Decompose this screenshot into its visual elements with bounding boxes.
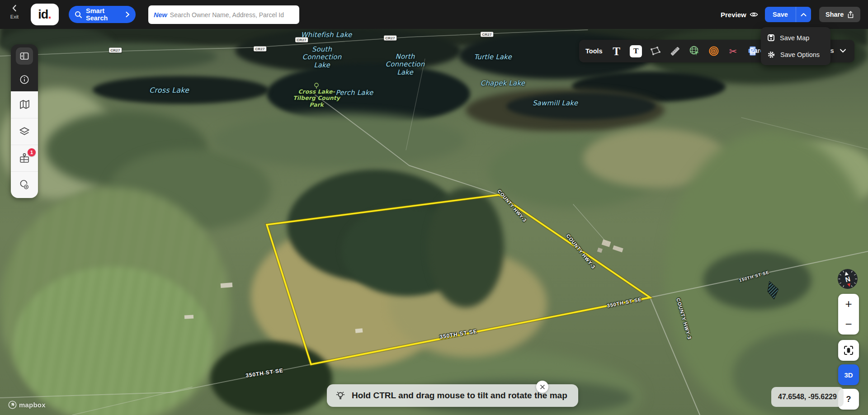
coordinates-readout: 47.6548, -95.6229 xyxy=(771,387,844,407)
sidebar-item-parcels[interactable]: 1 xyxy=(11,145,38,171)
buffer-tool-button[interactable] xyxy=(708,45,720,57)
measure-tool-icon xyxy=(669,45,681,57)
preview-label: Preview xyxy=(721,11,746,19)
chevron-up-icon xyxy=(801,13,807,17)
save-map-icon xyxy=(767,34,775,42)
menu-item-label: Save Map xyxy=(780,34,809,42)
chevron-right-icon xyxy=(125,11,130,18)
park-label: Cross Lake-Tilberg County Park xyxy=(289,89,344,108)
chevron-left-icon xyxy=(11,5,18,12)
cut-tool-icon: ✂ xyxy=(729,47,737,56)
app-logo[interactable]: id. xyxy=(31,4,59,25)
globe-tool-icon xyxy=(689,45,700,57)
sidebar-item-layers[interactable] xyxy=(11,118,38,145)
sidebar-item-panels[interactable] xyxy=(11,44,38,68)
layers-icon xyxy=(19,126,30,137)
menu-item-save-map[interactable]: Save Map xyxy=(761,29,830,46)
mapbox-attribution[interactable]: mapbox xyxy=(8,401,46,409)
zoom-out-button[interactable]: − xyxy=(838,314,859,335)
eye-icon xyxy=(750,11,758,18)
lake-label: Turtle Lake xyxy=(474,53,512,61)
lake-label: Chapek Lake xyxy=(481,79,525,87)
menu-item-label: Save Options xyxy=(780,51,820,58)
cut-tool-button[interactable]: ✂ xyxy=(727,45,740,57)
text-tool-button[interactable]: T xyxy=(610,45,623,57)
top-bar: Exit id. Smart Search New Preview Save S… xyxy=(0,0,868,29)
lightbulb-icon xyxy=(335,390,346,401)
save-button[interactable]: Save xyxy=(765,7,796,22)
road-label: 350TH ST SE xyxy=(607,297,642,309)
info-icon xyxy=(19,74,30,85)
logo-text: id xyxy=(38,8,48,22)
exit-label: Exit xyxy=(5,14,24,19)
road-label: COUNTY HWY-3 xyxy=(565,233,596,269)
toast-text: Hold CTRL and drag mouse to tilt and rot… xyxy=(352,391,567,401)
road-label: 350TH ST SE xyxy=(245,367,283,379)
route-shield: CR27 xyxy=(481,32,493,37)
road-label: COUNTY HWY-3 xyxy=(497,189,528,223)
buffer-tool-icon xyxy=(708,45,720,57)
text-box-tool-button[interactable]: T xyxy=(630,45,642,57)
mapbox-logo-icon xyxy=(8,401,17,409)
menu-item-save-options[interactable]: Save Options xyxy=(761,46,830,63)
mapbox-wordmark: mapbox xyxy=(19,401,46,409)
globe-tool-button[interactable] xyxy=(688,45,701,57)
toast-close-button[interactable] xyxy=(536,381,548,393)
close-icon xyxy=(540,384,545,390)
measure-tool-button[interactable] xyxy=(669,45,681,57)
save-dropdown-menu: Save Map Save Options xyxy=(761,27,830,65)
zoom-control: + − xyxy=(838,294,859,335)
road-label: 150TH ST SE xyxy=(739,269,770,283)
add-location-pin-icon xyxy=(19,179,30,191)
road-label: 350TH ST SE xyxy=(439,328,477,340)
exit-button[interactable]: Exit xyxy=(5,5,24,19)
mode-3d-button[interactable]: 3D xyxy=(838,364,859,385)
smart-search-button[interactable]: Smart Search xyxy=(69,6,136,23)
share-label: Share xyxy=(826,11,844,18)
zoom-in-button[interactable]: + xyxy=(838,294,859,314)
compass-control[interactable]: N xyxy=(837,269,858,289)
text-box-tool-icon: T xyxy=(630,45,642,57)
logo-dot: . xyxy=(48,8,52,22)
fit-extent-button[interactable] xyxy=(838,340,859,361)
share-icon xyxy=(847,11,854,19)
share-button[interactable]: Share xyxy=(819,7,860,22)
parcels-badge: 1 xyxy=(28,148,36,156)
tools-label: Tools xyxy=(585,47,603,55)
route-shield: CR27 xyxy=(254,47,266,52)
lake-label: South Connection Lake xyxy=(294,46,350,69)
text-tool-icon: T xyxy=(613,46,620,57)
polygon-tool-icon xyxy=(650,46,661,57)
preview-button[interactable]: Preview xyxy=(721,0,758,29)
polygon-tool-button[interactable] xyxy=(649,45,662,57)
route-shield: CR27 xyxy=(384,36,396,41)
save-menu-toggle[interactable] xyxy=(796,7,811,22)
road-label: COUNTY HWY-3 xyxy=(675,297,693,340)
search-input[interactable] xyxy=(170,11,294,19)
viewfinder-icon xyxy=(843,345,854,356)
left-sidebar: 1 xyxy=(11,44,38,198)
new-badge: New xyxy=(154,11,167,19)
land-id-map-editor: Whitefish Lake South Connection Lake Nor… xyxy=(0,0,868,415)
panel-toggle-icon xyxy=(19,51,30,61)
smart-search-label: Smart Search xyxy=(86,7,122,22)
search-box: New xyxy=(148,5,299,24)
search-icon xyxy=(75,11,82,19)
sidebar-item-add-location[interactable] xyxy=(11,171,38,198)
sidebar-item-info[interactable] xyxy=(11,68,38,91)
sidebar-item-basemaps[interactable] xyxy=(11,91,38,118)
map-icon xyxy=(19,99,30,110)
lake-label: North Connection Lake xyxy=(377,53,433,76)
chevron-down-icon[interactable] xyxy=(840,48,846,53)
save-split-button: Save xyxy=(765,7,811,22)
lake-label: Cross Lake xyxy=(149,86,189,94)
route-shield: CR27 xyxy=(109,48,122,53)
lake-label: Whitefish Lake xyxy=(301,31,352,39)
lake-label: Sawmill Lake xyxy=(533,99,578,107)
route-shield: CR27 xyxy=(295,38,308,42)
gear-icon xyxy=(767,51,775,59)
